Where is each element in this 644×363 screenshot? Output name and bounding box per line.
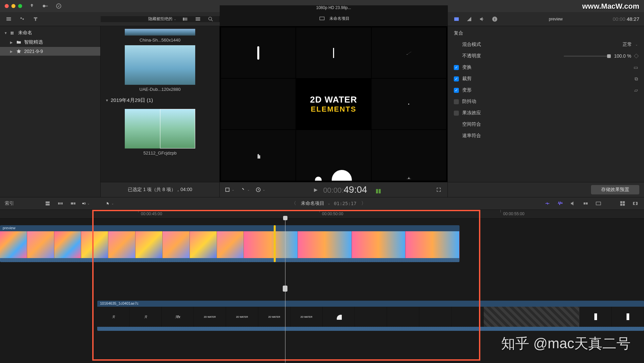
save-effects-preset-button[interactable]: 存储效果预置 (591, 185, 639, 194)
inspector-opacity[interactable]: 不透明度 100.0 % (448, 50, 644, 62)
maximize-window[interactable] (18, 4, 22, 8)
effects-browser-icon[interactable] (619, 200, 627, 206)
overwrite-clip-icon[interactable]: ⌄ (82, 200, 90, 206)
background-tasks-icon[interactable] (55, 2, 62, 10)
enhance-tool[interactable]: ⌄ (240, 187, 250, 193)
browser-clip-selected[interactable]: 52112_GFcjdzpb (104, 109, 216, 156)
inspector-distort[interactable]: ✓ 变形 ▱ (448, 84, 644, 96)
clip-appearance-icon[interactable] (181, 16, 189, 22)
timeline-project-name[interactable]: 未命名项目 (301, 200, 324, 206)
svg-rect-14 (11, 32, 12, 33)
timeline-clip-water[interactable]: 10164635_1c0401ae7c ℛ ℛ ℛfx 2D WATER 2D … (97, 301, 644, 331)
browser-clip[interactable]: UAE-Dub...120x2880 (104, 45, 216, 92)
svg-point-38 (337, 315, 342, 320)
list-view-icon[interactable] (194, 16, 202, 22)
minimize-window[interactable] (11, 4, 15, 8)
checkbox-off[interactable] (454, 111, 459, 116)
audio-meters (376, 186, 386, 193)
close-window[interactable] (5, 4, 9, 8)
timeline-prev[interactable]: 〈 (291, 200, 296, 206)
svg-rect-37 (623, 204, 625, 206)
filter-dropdown[interactable]: 隐藏被拒绝的 ⌄ (148, 16, 176, 22)
checkbox-on[interactable]: ✓ (454, 65, 459, 70)
snapping-icon[interactable] (582, 200, 590, 206)
color-inspector-icon[interactable] (465, 16, 473, 22)
keyword-icon[interactable] (42, 2, 49, 10)
watermark-zhihu: 知乎 @mac天真二号 (501, 334, 631, 353)
transform-tool[interactable]: ⌄ (224, 187, 234, 193)
import-icon[interactable] (28, 2, 36, 10)
inspector-stabilize[interactable]: 防抖动 (448, 96, 644, 107)
sidebar-item-event[interactable]: ▶ 2021-9-9 (0, 47, 100, 56)
viewer-format: 1080p HD 23.98p... (316, 5, 351, 10)
svg-rect-10 (320, 17, 324, 20)
media-browser: China-Sh...560x1440 UAE-Dub...120x2880 ▼… (101, 26, 220, 197)
svg-point-1 (20, 17, 22, 19)
edit-point-marker[interactable] (274, 225, 276, 262)
keyframe-icon[interactable] (634, 54, 639, 58)
svg-rect-27 (71, 202, 73, 204)
ruler-mark: 00:00:50:00 (322, 211, 343, 216)
crop-icon[interactable]: ⧉ (635, 76, 638, 82)
fullscreen-icon[interactable] (435, 187, 443, 193)
timeline-clip-preview[interactable]: preview (0, 225, 460, 262)
distort-icon[interactable]: ▱ (634, 87, 638, 93)
playhead[interactable] (285, 219, 285, 363)
checkbox-on[interactable]: ✓ (454, 76, 459, 81)
index-button[interactable]: 索引 (5, 200, 14, 206)
skimming-icon[interactable] (543, 200, 551, 206)
main-area: ▼ 未命名 ▶ 智能精选 ▶ 2021-9-9 China-Sh...560x1… (0, 26, 644, 197)
search-icon[interactable] (207, 16, 215, 22)
viewer-project-name: 未命名项目 (329, 16, 350, 21)
checkbox-on[interactable]: ✓ (454, 88, 459, 93)
checkbox-off[interactable] (454, 99, 459, 104)
inspector-rolling-shutter[interactable]: 果冻效应 (448, 107, 644, 119)
transform-icon[interactable]: ▭ (634, 65, 638, 70)
viewer-timecode[interactable]: 00:00:49:04 (323, 184, 367, 195)
photos-icon[interactable] (18, 16, 26, 22)
append-clip-icon[interactable] (69, 200, 77, 206)
window-controls (5, 4, 22, 8)
inspector-spatial-conform[interactable]: 空间符合 (448, 119, 644, 130)
connect-clip-icon[interactable] (44, 200, 52, 206)
select-tool[interactable]: ⌄ (106, 200, 114, 206)
solo-icon[interactable] (569, 200, 577, 206)
svg-rect-20 (226, 188, 229, 192)
inspector-crop[interactable]: ✓ 裁剪 ⧉ (448, 73, 644, 84)
svg-rect-3 (183, 17, 184, 20)
audio-inspector-icon[interactable] (478, 16, 486, 22)
clip-appearance-timeline-icon[interactable] (594, 200, 602, 206)
date-group-header[interactable]: ▼2019年4月29日 (1) (104, 95, 216, 106)
svg-rect-17 (12, 33, 13, 34)
sidebar-item-smart[interactable]: ▶ 智能精选 (0, 38, 100, 47)
video-inspector-icon[interactable] (452, 16, 461, 22)
browser-clip[interactable]: China-Sh...560x1440 (104, 29, 216, 43)
svg-rect-8 (196, 20, 200, 20)
inspector-rate-conform[interactable]: 速率符合 (448, 130, 644, 141)
timeline-ruler[interactable]: 00:00:45:00 00:00:50:00 00:00:55:00 (0, 210, 644, 219)
timeline-next[interactable]: 〉 (361, 200, 366, 206)
transitions-browser-icon[interactable] (631, 200, 639, 206)
svg-rect-35 (623, 201, 625, 203)
inspector-transform[interactable]: ✓ 变换 ▭ (448, 62, 644, 73)
viewer-canvas[interactable]: 2D WATER ELEMENTS (220, 26, 447, 182)
audio-skimming-icon[interactable] (556, 200, 564, 206)
svg-point-2 (22, 18, 24, 20)
library-icon[interactable] (5, 16, 13, 22)
retime-tool[interactable]: ⌄ (255, 187, 265, 193)
library-icon (10, 31, 15, 35)
browser-footer: 已选定 1 项（共 8 项），04:00 (101, 182, 219, 197)
timeline[interactable]: 00:00:45:00 00:00:50:00 00:00:55:00 prev… (0, 210, 644, 363)
event-icon (16, 49, 21, 54)
inspector-section-composite[interactable]: 复合 (448, 27, 644, 39)
titles-icon[interactable] (32, 16, 40, 22)
library-root[interactable]: ▼ 未命名 (0, 28, 100, 38)
play-button[interactable]: ▶ (314, 187, 318, 192)
opacity-slider[interactable] (564, 56, 611, 57)
svg-rect-32 (586, 202, 588, 204)
info-inspector-icon[interactable]: i (491, 16, 499, 22)
inspector-blend-mode[interactable]: 混合模式 正常 ⌄ (448, 39, 644, 50)
timeline-duration: 01:25:17 (334, 201, 356, 206)
insert-clip-icon[interactable] (56, 200, 64, 206)
viewer-title-card: 2D WATER ELEMENTS (296, 79, 371, 129)
